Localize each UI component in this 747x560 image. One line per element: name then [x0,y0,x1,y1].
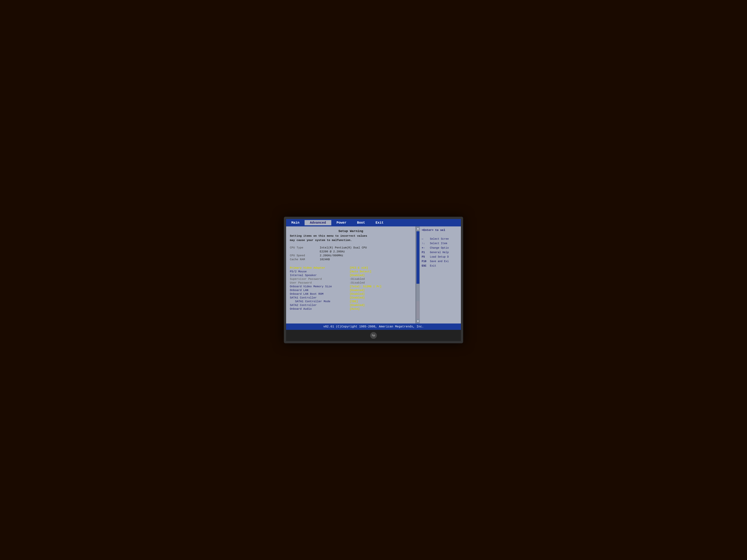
help-change-option: +- Change Optio [422,246,459,249]
setting-onboard-lan[interactable]: Onboard LAN [Enabled] [290,289,412,292]
setting-onboard-video-memory[interactable]: Onboard Video Memory Size [Total: 512MB … [290,285,412,288]
help-key-f10: F10 [422,260,429,263]
scrollbar-thumb-bottom [416,301,419,319]
monitor-bezel-bottom: hp [286,330,461,341]
setting-user-password: User Password :Disabled [290,281,412,285]
setting-value-internal-speaker: [Enabled] [350,274,365,277]
help-select-item: ↑↓ Select Item [422,242,459,245]
setting-label-primary-video: Primary Video Adapter [290,266,350,270]
cpu-speed-row: CPU Speed 2.20GHz/800MHz [290,254,412,257]
help-key-plusminus: +- [422,246,429,249]
setting-label-ps2-mouse: PS/2 Mouse [290,270,350,273]
setting-sata1-controller[interactable]: SATA1 Controller [Enabled] [290,296,412,299]
menu-main[interactable]: Main [286,220,305,225]
help-general-help: F1 General Help [422,251,459,254]
setting-internal-speaker[interactable]: Internal Speaker [Enabled] [290,274,412,277]
cpu-type-row: CPU Type Intel(R) Pentium(R) Dual CPU [290,246,412,249]
setting-ps2-mouse[interactable]: PS/2 Mouse [Auto Detect] [290,270,412,273]
setting-onboard-lan-boot-rom[interactable]: Onboard LAN Boot ROM [Enabled] [290,293,412,296]
setting-primary-video[interactable]: Primary Video Adapter [PCI-E x16] [290,266,412,270]
setting-label-onboard-lan: Onboard LAN [290,289,350,292]
menu-exit[interactable]: Exit [370,220,389,225]
setting-label-internal-speaker: Internal Speaker [290,274,350,277]
help-save-exit: F10 Save and Exi [422,260,459,263]
setting-onboard-audio[interactable]: Onboard Audio [Auto] [290,308,412,311]
setting-sata1-controller-mode[interactable]: SATA1 Controller Mode [IDE] [290,300,412,303]
setting-label-sata2-controller: SATA2 Controller [290,304,350,307]
setting-label-onboard-video-memory: Onboard Video Memory Size [290,285,350,288]
help-enter-text: <Enter> to sel [422,229,459,232]
cpu-type-value: Intel(R) Pentium(R) Dual CPU [320,246,367,249]
setting-value-onboard-video-memory: [Total: 512MB | Pr] [350,285,382,288]
help-desc-change-option: Change Optio [430,246,449,249]
setting-value-primary-video: [PCI-E x16] [350,266,368,270]
help-desc-esc-exit: Exit [430,264,436,267]
scrollbar-down-arrow[interactable]: ▼ [417,319,419,323]
footer-bar: v02.61 (C)Copyright 1985-2008, American … [286,323,461,330]
setting-label-onboard-audio: Onboard Audio [290,308,350,311]
setting-value-sata1-controller: [Enabled] [350,296,365,299]
help-desc-save-exit: Save and Exi [430,260,449,263]
cache-ram-label: Cache RAM [290,258,320,261]
help-select-screen: ↔ Select Scree [422,237,459,240]
setting-value-sata1-controller-mode: [IDE] [350,300,358,303]
monitor: Main Advanced Power Boot Exit Setup Warn… [284,217,463,343]
menu-advanced[interactable]: Advanced [305,220,331,225]
cpu-speed-label: CPU Speed [290,254,320,257]
cache-ram-value: 1024KB [320,258,330,261]
setting-value-ps2-mouse: [Auto Detect] [350,270,371,273]
main-panel: Setup Warning Setting items on this menu… [286,226,416,323]
settings-section: Primary Video Adapter [PCI-E x16] PS/2 M… [290,266,412,311]
help-desc-select-item: Select Item [430,242,447,245]
scrollbar[interactable]: ▲ ▼ [416,226,420,323]
help-panel: <Enter> to sel ↔ Select Scree ↑↓ Select … [420,226,461,323]
setting-supervisor-password: Supervisor Password :Disabled [290,277,412,281]
help-key-f1: F1 [422,251,429,254]
setting-value-sata2-controller: [Enabled] [350,304,365,307]
warning-text: Setting items on this menu to incorrect … [290,234,412,242]
help-key-arrows-lr: ↔ [422,237,429,240]
setting-value-onboard-lan: [Enabled] [350,289,365,292]
setting-label-sata1-controller: SATA1 Controller [290,296,350,299]
setting-value-supervisor-password: :Disabled [350,277,365,281]
help-key-esc: ESC [422,264,429,267]
help-desc-load-setup: Load Setup D [430,256,449,258]
setting-label-sata1-controller-mode: SATA1 Controller Mode [290,300,350,303]
setting-label-user-password: User Password [290,281,350,285]
setting-value-onboard-audio: [Auto] [350,308,360,311]
help-load-setup: F5 Load Setup D [422,256,459,258]
cpu-type-label: CPU Type [290,246,320,249]
warning-title: Setup Warning [290,230,412,233]
content-area: Setup Warning Setting items on this menu… [286,226,461,323]
help-key-arrows-ud: ↑↓ [422,242,429,245]
help-desc-select-screen: Select Scree [430,237,449,240]
cpu-type-value-line2: E2200 @ 2.20GHz [320,250,412,253]
help-key-f5: F5 [422,256,429,258]
hp-logo: hp [370,332,377,339]
menu-boot[interactable]: Boot [352,220,370,225]
menu-bar: Main Advanced Power Boot Exit [286,219,461,226]
setting-value-onboard-lan-boot-rom: [Enabled] [350,293,365,296]
cache-ram-row: Cache RAM 1024KB [290,258,412,261]
menu-power[interactable]: Power [331,220,352,225]
setting-value-user-password: :Disabled [350,281,365,285]
cpu-speed-value: 2.20GHz/800MHz [320,254,343,257]
help-esc-exit: ESC Exit [422,264,459,267]
setting-label-onboard-lan-boot-rom: Onboard LAN Boot ROM [290,293,350,296]
setting-sata2-controller[interactable]: SATA2 Controller [Enabled] [290,304,412,307]
bios-screen: Main Advanced Power Boot Exit Setup Warn… [286,219,461,330]
help-desc-general-help: General Help [430,251,449,254]
scrollbar-thumb-top [416,231,419,284]
scrollbar-up-arrow[interactable]: ▲ [417,227,419,231]
scrollbar-track [416,231,419,319]
footer-text: v02.61 (C)Copyright 1985-2008, American … [323,325,424,328]
setting-label-supervisor-password: Supervisor Password [290,277,350,281]
